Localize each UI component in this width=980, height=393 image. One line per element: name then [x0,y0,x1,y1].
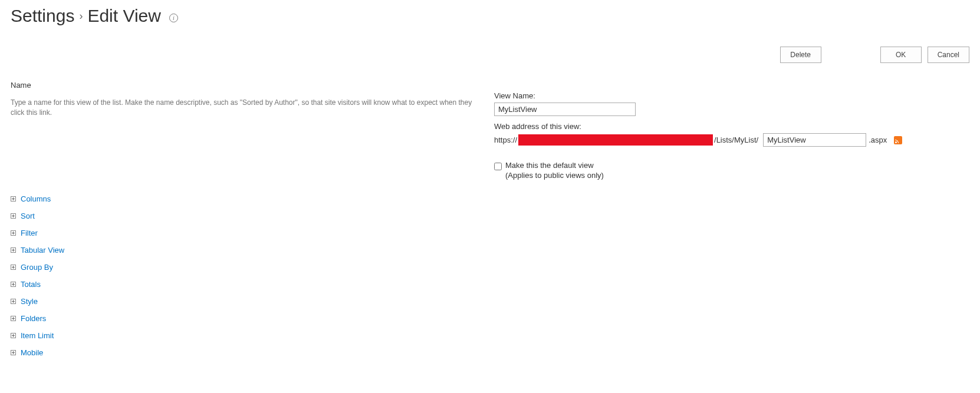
breadcrumb-parent[interactable]: Settings [11,6,74,26]
expand-icon[interactable] [11,316,16,321]
breadcrumb-current: Edit View [87,6,161,26]
expand-row-style[interactable]: Style [11,297,969,306]
default-view-checkbox-label: Make this the default view [505,161,604,170]
expand-row-item-limit[interactable]: Item Limit [11,331,969,340]
expand-icon[interactable] [11,196,16,202]
expand-link-label[interactable]: Columns [21,194,51,203]
expand-icon[interactable] [11,350,16,355]
expand-row-tabular-view[interactable]: Tabular View [11,246,969,255]
default-view-checkbox-sublabel: (Applies to public views only) [505,171,604,180]
ok-button[interactable]: OK [880,47,922,63]
name-section-fields-col: View Name: Web address of this view: htt… [494,81,969,180]
rss-icon[interactable] [894,136,902,144]
expand-link-label[interactable]: Item Limit [21,331,54,340]
expand-row-totals[interactable]: Totals [11,280,969,289]
expand-link-label[interactable]: Group By [21,263,53,272]
expand-icon[interactable] [11,213,16,219]
default-view-checkbox-row: Make this the default view (Applies to p… [494,161,969,180]
url-slug-input[interactable] [763,133,866,147]
expand-row-mobile[interactable]: Mobile [11,348,969,357]
expand-row-filter[interactable]: Filter [11,229,969,237]
name-section-title: Name [11,81,482,90]
expand-icon[interactable] [11,282,16,287]
name-section: Name Type a name for this view of the li… [11,81,969,180]
view-name-label: View Name: [494,91,969,100]
expand-link-label[interactable]: Sort [21,212,35,220]
page-header: Settings › Edit View i [11,6,969,26]
expand-icon[interactable] [11,265,16,270]
url-prefix-text: https:// [494,136,517,144]
info-icon[interactable]: i [169,14,178,22]
expand-link-label[interactable]: Tabular View [21,246,64,255]
action-button-row: Delete OK Cancel [11,47,969,63]
expand-icon[interactable] [11,299,16,304]
expand-link-label[interactable]: Filter [21,229,38,237]
expand-row-columns[interactable]: Columns [11,194,969,203]
default-view-checkbox[interactable] [494,163,502,170]
name-section-description-col: Name Type a name for this view of the li… [11,81,494,118]
expand-row-sort[interactable]: Sort [11,212,969,220]
button-spacer [827,47,874,63]
delete-button[interactable]: Delete [780,47,821,63]
breadcrumb-separator-icon: › [79,10,83,22]
expand-row-folders[interactable]: Folders [11,314,969,323]
expand-link-label[interactable]: Style [21,297,38,306]
expand-icon[interactable] [11,230,16,236]
expand-link-label[interactable]: Totals [21,280,41,289]
expand-row-group-by[interactable]: Group By [11,263,969,272]
name-section-description: Type a name for this view of the list. M… [11,98,482,118]
url-redacted-block [518,134,713,146]
url-mid-text: /Lists/MyList/ [714,136,758,144]
cancel-button[interactable]: Cancel [928,47,969,63]
web-address-row: https:// /Lists/MyList/ .aspx [494,133,969,147]
expand-link-label[interactable]: Folders [21,314,46,323]
expand-icon[interactable] [11,247,16,253]
expand-link-label[interactable]: Mobile [21,348,43,357]
expand-icon[interactable] [11,333,16,338]
url-suffix-text: .aspx [869,136,887,144]
web-address-label: Web address of this view: [494,122,969,131]
view-name-input[interactable] [494,103,636,116]
expandable-sections: Columns Sort Filter Tabular View Group B… [11,194,969,357]
